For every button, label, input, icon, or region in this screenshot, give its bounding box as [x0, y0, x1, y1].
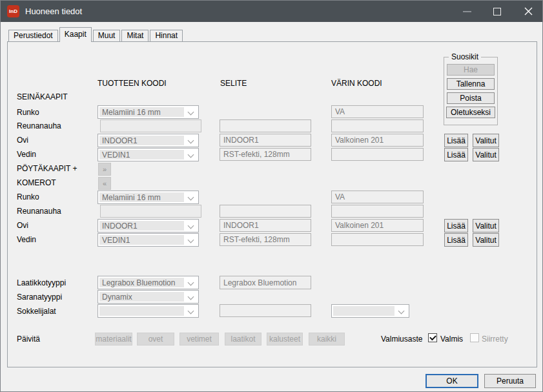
base-ovi-valitut-button[interactable]: Valitut: [473, 219, 499, 232]
app-logo: InD: [7, 5, 19, 17]
wall-vedin-lisaa-button[interactable]: Lisää: [444, 148, 468, 161]
wall-ovi-code-value: INDOOR1: [99, 136, 184, 145]
chevron-down-icon: [188, 109, 194, 116]
base-reunanauha-selite-field[interactable]: [220, 205, 311, 218]
wall-vedin-label: Vedin: [17, 150, 36, 159]
tallenna-button[interactable]: Tallenna: [447, 78, 495, 90]
copy-left-button[interactable]: «: [98, 177, 111, 190]
chevron-down-icon: [188, 294, 194, 300]
valmis-checkbox[interactable]: [428, 333, 437, 342]
paivita-vetimet-button[interactable]: vetimet: [179, 333, 219, 346]
base-vedin-color-field[interactable]: [331, 233, 424, 246]
laatikkotyyppi-selite-field[interactable]: Legrabox Bluemotion: [220, 276, 311, 289]
wall-vedin-code-value: VEDIN1: [99, 150, 184, 160]
wall-ovi-color-field[interactable]: Valkoinen 201: [331, 134, 424, 147]
tab-hinnat[interactable]: Hinnat: [150, 30, 183, 41]
paivita-kaikki-button[interactable]: kaikki: [309, 333, 345, 346]
base-reunanauha-code-input[interactable]: [100, 205, 201, 218]
base-vedin-selite-field[interactable]: RST-efekti, 128mm: [220, 233, 311, 246]
wall-ovi-code-select[interactable]: INDOOR1: [97, 134, 199, 147]
titlebar: InD Huoneen tiedot: [1, 1, 542, 22]
minimize-button[interactable]: [453, 1, 482, 22]
base-vedin-label: Vedin: [17, 235, 36, 244]
column-header-description: SELITE: [220, 79, 247, 88]
base-runko-code-value: Melamiini 16 mm: [99, 192, 184, 202]
base-runko-color-field[interactable]: VA: [331, 191, 424, 203]
chevron-down-icon: [188, 138, 194, 144]
close-icon: [524, 7, 533, 15]
poista-button[interactable]: Poista: [447, 92, 495, 104]
base-reunanauha-color-field[interactable]: [331, 205, 424, 218]
base-ovi-code-select[interactable]: INDOOR1: [97, 219, 199, 232]
hae-button[interactable]: Hae: [447, 64, 495, 76]
favorites-group-title: Suosikit: [449, 52, 481, 61]
tab-perustiedot[interactable]: Perustiedot: [8, 30, 58, 41]
wall-ovi-selite-field[interactable]: INDOOR1: [220, 134, 311, 147]
room-info-dialog: InD Huoneen tiedot Perustiedot Kaapit Mu…: [0, 0, 543, 392]
base-vedin-code-value: VEDIN1: [99, 235, 184, 245]
saranatyyppi-select[interactable]: Dynamix: [97, 290, 199, 304]
base-vedin-lisaa-button[interactable]: Lisää: [444, 233, 468, 247]
wall-vedin-code-select[interactable]: VEDIN1: [97, 148, 199, 161]
wall-runko-label: Runko: [17, 108, 39, 117]
saranatyyppi-label: Saranatyyppi: [17, 293, 62, 302]
base-runko-code-select[interactable]: Melamiini 16 mm: [97, 191, 199, 204]
tab-muut[interactable]: Muut: [93, 30, 121, 41]
close-button[interactable]: [514, 1, 543, 22]
maximize-button[interactable]: [482, 1, 511, 22]
tab-bar: Perustiedot Kaapit Muut Mitat Hinnat: [8, 26, 184, 41]
wall-ovi-valitut-button[interactable]: Valitut: [473, 134, 499, 147]
chevron-down-icon: [188, 223, 194, 229]
chevron-down-icon: [188, 237, 194, 243]
wall-vedin-selite-field[interactable]: RST-efekti, 128mm: [220, 148, 311, 161]
oletukseksi-button[interactable]: Oletukseksi: [446, 107, 495, 118]
wall-ovi-lisaa-button[interactable]: Lisää: [444, 134, 468, 147]
wall-runko-code-select[interactable]: Melamiini 16 mm: [97, 105, 199, 119]
ok-button[interactable]: OK: [425, 374, 478, 388]
base-vedin-code-select[interactable]: VEDIN1: [97, 233, 199, 247]
wall-runko-code-value: Melamiini 16 mm: [99, 107, 184, 117]
sokkelijalat-color-select[interactable]: [331, 304, 409, 318]
chevron-down-icon: [398, 308, 405, 315]
column-header-color-code: VÄRIN KOODI: [331, 79, 382, 88]
base-ovi-color-field[interactable]: Valkoinen 201: [331, 219, 424, 232]
wall-reunanauha-color-field[interactable]: [331, 119, 424, 132]
wall-runko-color-field[interactable]: VA: [331, 105, 424, 118]
paivita-materiaalit-button[interactable]: materiaalit: [95, 333, 132, 346]
base-cabinets-title-line1: PÖYTÄKAAPIT +: [17, 164, 77, 173]
sokkelijalat-value: [99, 306, 184, 316]
tab-mitat[interactable]: Mitat: [121, 30, 149, 41]
sokkelijalat-selite-field[interactable]: [220, 304, 311, 317]
paivita-ovet-button[interactable]: ovet: [137, 333, 174, 346]
wall-ovi-label: Ovi: [17, 136, 28, 145]
base-ovi-code-value: INDOOR1: [99, 221, 184, 231]
base-vedin-valitut-button[interactable]: Valitut: [473, 233, 499, 247]
valmis-label: Valmis: [440, 335, 463, 344]
chevron-down-icon: [188, 280, 194, 286]
laatikkotyyppi-value: Legrabox Bluemotion: [99, 278, 184, 287]
paivita-kalusteet-button[interactable]: kalusteet: [267, 333, 303, 346]
wall-reunanauha-selite-field[interactable]: [220, 119, 311, 132]
base-reunanauha-label: Reunanauha: [17, 207, 61, 216]
wall-reunanauha-code-input[interactable]: [100, 119, 201, 132]
siirretty-checkbox[interactable]: [470, 333, 479, 342]
paivita-laatikot-button[interactable]: laatikot: [225, 333, 261, 346]
copy-right-button[interactable]: »: [98, 163, 111, 176]
wall-reunanauha-label: Reunanauha: [17, 121, 61, 130]
tab-kaapit[interactable]: Kaapit: [59, 27, 92, 42]
base-ovi-label: Ovi: [17, 221, 28, 230]
wall-vedin-color-field[interactable]: [331, 148, 424, 161]
siirretty-label: Siirretty: [482, 335, 508, 344]
laatikkotyyppi-select[interactable]: Legrabox Bluemotion: [97, 276, 199, 289]
saranatyyppi-value: Dynamix: [99, 292, 184, 302]
minimize-icon: [463, 11, 471, 12]
base-ovi-lisaa-button[interactable]: Lisää: [444, 219, 468, 232]
base-ovi-selite-field[interactable]: INDOOR1: [220, 219, 311, 232]
wall-vedin-valitut-button[interactable]: Valitut: [473, 148, 499, 161]
peruuta-button[interactable]: Peruuta: [484, 374, 536, 388]
laatikkotyyppi-label: Laatikkotyyppi: [17, 278, 66, 287]
paivita-label: Päivitä: [17, 335, 40, 344]
sokkelijalat-label: Sokkelijalat: [17, 307, 56, 316]
window-title: Huoneen tiedot: [25, 1, 82, 22]
sokkelijalat-select[interactable]: [97, 304, 199, 318]
